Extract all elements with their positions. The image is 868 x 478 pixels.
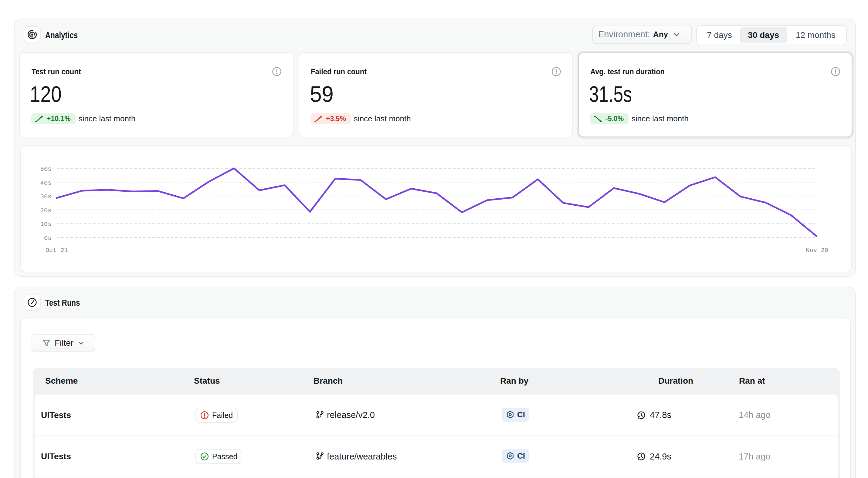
svg-text:40s: 40s [40, 179, 52, 186]
svg-text:0s: 0s [44, 235, 52, 242]
svg-text:Oct 21: Oct 21 [45, 247, 68, 254]
svg-text:10s: 10s [40, 221, 52, 228]
svg-text:Nov 20: Nov 20 [806, 247, 828, 254]
svg-text:50s: 50s [40, 166, 52, 173]
svg-text:20s: 20s [40, 207, 52, 214]
svg-text:30s: 30s [40, 193, 52, 200]
